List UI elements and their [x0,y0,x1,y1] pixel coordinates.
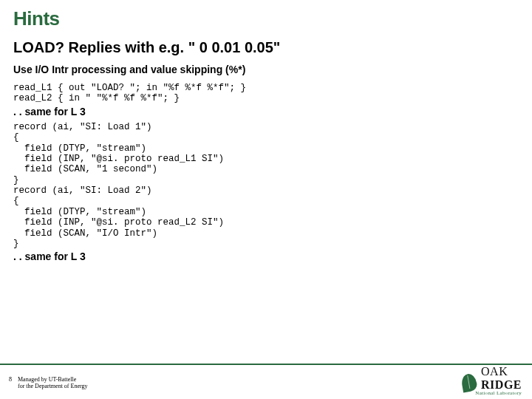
slide: Hints LOAD? Replies with e.g. " 0 0.01 0… [0,0,532,399]
slide-title: Hints [13,7,519,30]
logo-text: OAK RIDGE [481,365,522,392]
oak-ridge-logo: OAK RIDGE National Laboratory [462,365,522,396]
code-block-1: read_L1 { out "LOAD? "; in "%f %*f %*f";… [13,83,519,104]
slide-subtitle: LOAD? Replies with e.g. " 0 0.01 0.05" [13,39,519,56]
code-block-2: record (ai, "SI: Load 1") { field (DTYP,… [13,122,519,250]
slide-subheading: Use I/O Intr processing and value skippi… [13,64,519,75]
footer: 8 Managed by UT-Battelle for the Departm… [9,376,87,390]
logo-oak: OAK [481,365,508,378]
note-2: . . same for L 3 [13,250,519,262]
managed-by: Managed by UT-Battelle for the Departmen… [18,376,87,390]
note-1: . . same for L 3 [13,106,519,117]
logo-row: OAK RIDGE [462,365,522,392]
divider [0,364,532,365]
logo-ridge: RIDGE [481,378,522,391]
managed-line-2: for the Department of Energy [18,383,87,389]
page-number: 8 [9,376,12,383]
managed-line-1: Managed by UT-Battelle [18,376,76,383]
